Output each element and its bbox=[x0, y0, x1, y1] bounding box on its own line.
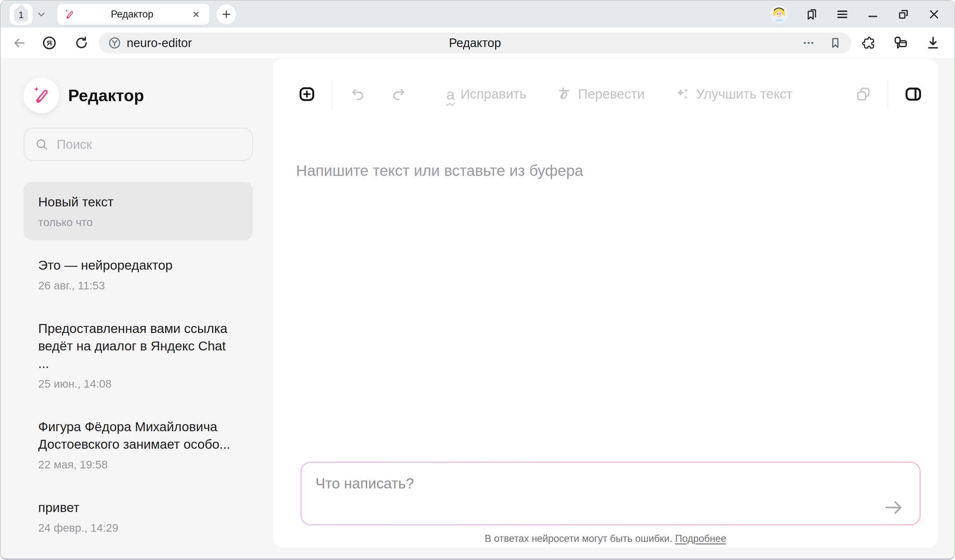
side-panel-toggle-button[interactable] bbox=[904, 85, 922, 103]
document-title: привет bbox=[38, 499, 238, 516]
browser-window: 1 Редактор bbox=[0, 0, 955, 560]
tab-counter-badge: 1 bbox=[14, 9, 28, 22]
tabbar-right-controls bbox=[770, 5, 946, 23]
undo-button[interactable] bbox=[349, 86, 366, 102]
improve-text-button[interactable]: Улучшить текст bbox=[674, 86, 792, 102]
extensions-button[interactable] bbox=[861, 35, 876, 51]
addressbar-actions bbox=[802, 36, 842, 50]
tab-bar: 1 Редактор bbox=[1, 1, 954, 28]
editor-panel: а Исправить Перевести bbox=[273, 59, 938, 548]
document-date: 26 авг., 11:53 bbox=[38, 279, 238, 292]
document-date: только что bbox=[38, 216, 238, 229]
passwords-wallet-button[interactable] bbox=[892, 35, 908, 51]
tab-favicon-magic-pencil-icon bbox=[64, 9, 75, 20]
bookmarks-panel-button[interactable] bbox=[805, 7, 819, 21]
tab-count: 1 bbox=[19, 10, 23, 20]
fix-text-button[interactable]: а Исправить bbox=[446, 86, 526, 102]
back-button[interactable] bbox=[11, 35, 27, 51]
page-content: Редактор Новый текст только что Это — не… bbox=[1, 59, 954, 558]
chevron-down-icon bbox=[36, 9, 47, 20]
document-date: 24 февр., 14:29 bbox=[38, 521, 238, 534]
prompt-box[interactable] bbox=[301, 462, 921, 525]
disclaimer-text: В ответах нейросети могут быть ошибки. bbox=[485, 533, 672, 544]
tab-close-button[interactable] bbox=[189, 7, 203, 21]
editor-placeholder[interactable]: Напишите текст или вставьте из буфера bbox=[296, 162, 583, 179]
downloads-button[interactable] bbox=[925, 35, 941, 51]
yandex-button[interactable]: Я bbox=[41, 35, 57, 51]
redo-icon bbox=[390, 86, 407, 102]
side-panel-icon bbox=[904, 85, 922, 103]
fix-label: Исправить bbox=[460, 86, 526, 102]
refresh-icon bbox=[74, 35, 89, 51]
translate-button[interactable]: Перевести bbox=[556, 86, 645, 102]
search-icon bbox=[34, 137, 49, 152]
editor-toolbar: а Исправить Перевести bbox=[273, 78, 938, 110]
document-item[interactable]: Это — нейроредактор 26 авг., 11:53 bbox=[23, 245, 253, 303]
svg-text:Я: Я bbox=[47, 39, 52, 47]
document-title: Это — нейроредактор bbox=[38, 257, 238, 274]
app-title: Редактор bbox=[68, 86, 144, 105]
ai-disclaimer: В ответах нейросети могут быть ошибки. П… bbox=[273, 533, 938, 544]
minimize-icon bbox=[866, 7, 880, 21]
close-icon bbox=[927, 7, 941, 21]
document-list: Новый текст только что Это — нейроредакт… bbox=[23, 182, 253, 551]
prompt-input[interactable] bbox=[301, 463, 920, 524]
minimize-window-button[interactable] bbox=[866, 7, 880, 21]
browser-tab[interactable]: Редактор bbox=[57, 4, 210, 25]
more-options-button[interactable] bbox=[802, 36, 816, 50]
refresh-button[interactable] bbox=[74, 35, 89, 51]
document-item-selected[interactable]: Новый текст только что bbox=[23, 182, 253, 240]
chrome-actions bbox=[861, 35, 944, 51]
copy-button[interactable] bbox=[855, 86, 872, 102]
plus-icon bbox=[221, 9, 232, 20]
sidebar: Редактор Новый текст только что Это — не… bbox=[1, 59, 273, 558]
document-item[interactable]: Фигура Фёдора Михайловича Достоевского з… bbox=[23, 407, 253, 482]
toolbar-divider bbox=[888, 80, 888, 109]
url-text: neuro-editor bbox=[127, 36, 192, 50]
toolbar-divider bbox=[332, 80, 332, 109]
magic-pencil-logo-icon bbox=[23, 78, 59, 113]
tab-title: Редактор bbox=[75, 9, 189, 20]
restore-window-button[interactable] bbox=[896, 7, 910, 21]
bookmarks-icon bbox=[805, 7, 819, 21]
yandex-logo-icon: Я bbox=[41, 35, 57, 51]
search-input[interactable] bbox=[56, 137, 242, 152]
hamburger-menu-icon bbox=[835, 7, 849, 21]
copy-icon bbox=[855, 86, 872, 102]
redo-button[interactable] bbox=[390, 86, 407, 102]
site-globe-icon bbox=[108, 36, 122, 50]
arrow-right-icon bbox=[882, 498, 905, 517]
bookmark-page-button[interactable] bbox=[828, 36, 842, 50]
tab-list-dropdown[interactable] bbox=[33, 4, 50, 25]
search-box[interactable] bbox=[23, 128, 253, 161]
translate-hiragana-icon bbox=[556, 86, 572, 102]
sparkles-icon bbox=[674, 86, 690, 102]
document-item[interactable]: Предоставленная вами ссылка ведёт на диа… bbox=[23, 309, 253, 402]
document-title: Предоставленная вами ссылка ведёт на диа… bbox=[38, 320, 238, 372]
back-arrow-icon bbox=[11, 35, 27, 51]
browser-toolbar: Я neuro-editor Редактор bbox=[1, 28, 954, 59]
close-icon bbox=[191, 9, 201, 19]
translate-label: Перевести bbox=[578, 86, 645, 102]
spellcheck-letter-icon: а bbox=[446, 87, 455, 102]
tab-counter-button[interactable]: 1 bbox=[9, 4, 33, 25]
address-bar[interactable]: neuro-editor Редактор bbox=[99, 33, 851, 53]
undo-icon bbox=[349, 86, 366, 102]
new-tab-button[interactable] bbox=[216, 5, 236, 24]
browser-menu-button[interactable] bbox=[835, 7, 849, 21]
page-title: Редактор bbox=[449, 36, 501, 50]
avatar[interactable] bbox=[770, 5, 788, 23]
plus-square-icon bbox=[298, 85, 316, 103]
restore-window-icon bbox=[896, 7, 910, 21]
improve-label: Улучшить текст bbox=[696, 86, 792, 102]
document-date: 25 июн., 14:08 bbox=[38, 377, 238, 390]
document-title: Новый текст bbox=[38, 193, 238, 211]
close-window-button[interactable] bbox=[927, 7, 941, 21]
document-item[interactable]: привет 24 февр., 14:29 bbox=[23, 488, 253, 546]
app-logo-row: Редактор bbox=[23, 78, 253, 113]
disclaimer-details-link[interactable]: Подробнее bbox=[675, 533, 726, 544]
submit-prompt-button[interactable] bbox=[880, 498, 907, 517]
new-document-button[interactable] bbox=[298, 85, 316, 103]
document-date: 22 мая, 19:58 bbox=[38, 458, 238, 471]
document-title: Фигура Фёдора Михайловича Достоевского з… bbox=[38, 418, 238, 453]
